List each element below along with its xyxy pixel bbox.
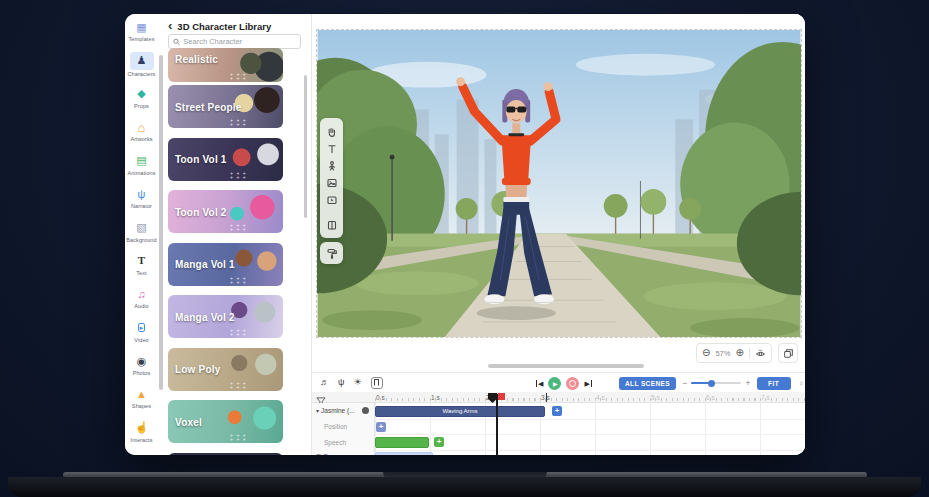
sidebar-item-label: Props xyxy=(134,103,149,109)
sidebar-item-narrator[interactable]: ψ Narrator xyxy=(125,181,158,214)
sidebar-item-label: Artworks xyxy=(130,136,152,142)
clip-camera-1[interactable]: Camera 1 xyxy=(375,452,433,456)
play-button[interactable]: ▶ xyxy=(548,377,561,390)
card-partial[interactable] xyxy=(168,453,283,455)
fit-button[interactable]: FIT xyxy=(757,377,791,390)
sidebar-item-characters[interactable]: ♟ Characters xyxy=(125,47,158,80)
canvas-toolbar xyxy=(320,118,343,238)
card-toon-vol-2[interactable]: Toon Vol 2 + + ++ + + xyxy=(168,190,283,233)
effects-sun-icon[interactable]: ☀ xyxy=(353,378,361,387)
sidebar-item-shapes[interactable]: ▲ Shapes xyxy=(125,381,158,414)
hide-ui-eye-icon[interactable] xyxy=(755,344,766,362)
ruler-label: 6 s xyxy=(706,394,715,401)
zoom-level: 57% xyxy=(715,349,730,358)
sidebar-item-label: Text xyxy=(136,270,147,276)
zoom-out-icon[interactable]: ⊖ xyxy=(702,348,710,358)
track-header-camera[interactable]: Camera xyxy=(316,453,346,455)
record-button[interactable] xyxy=(566,377,579,390)
slider-thumb[interactable] xyxy=(708,380,715,387)
animations-icon: ▤ xyxy=(132,153,152,169)
app-window: ▦ Templates ♟ Characters ◆ Props ⌂ Artwo… xyxy=(125,14,805,455)
sidebar-item-photos[interactable]: ◉ Photos xyxy=(125,348,158,381)
microphone-icon[interactable]: ψ xyxy=(338,378,344,387)
library-scrollbar[interactable] xyxy=(304,75,308,218)
canvas-hscrollbar[interactable] xyxy=(488,364,644,368)
duplicate-scene-button[interactable] xyxy=(778,343,798,363)
card-sparkles: + + ++ + + xyxy=(230,328,247,336)
collapse-chevron-icon[interactable]: » xyxy=(796,381,805,385)
sidebar-item-background[interactable]: ▧ Background xyxy=(125,214,158,247)
paint-roller-tool[interactable] xyxy=(320,242,343,264)
sidebar-item-label: Video xyxy=(134,337,148,343)
slider-minus-button[interactable]: − xyxy=(682,379,687,388)
timeline-toolbar: ♬ ψ ☀ ◀ ▶ ▶ ALL SCENES − xyxy=(312,372,805,392)
all-scenes-button[interactable]: ALL SCENES xyxy=(619,377,676,390)
hand-tool[interactable] xyxy=(323,123,340,140)
card-voxel[interactable]: Voxel + + ++ + + xyxy=(168,400,283,443)
add-position-button[interactable]: + xyxy=(376,422,386,432)
sidebar-item-text[interactable]: T Text xyxy=(125,248,158,281)
card-realistic[interactable]: Realistic + + ++ + + xyxy=(168,48,283,82)
sidebar-item-label: Narrator xyxy=(131,203,152,209)
sidebar-item-label: Interacts xyxy=(131,437,153,443)
track-header-speech[interactable]: Speech xyxy=(324,439,346,446)
text-tool[interactable] xyxy=(323,140,340,157)
card-manga-vol-1[interactable]: Manga Vol 1 + + ++ + + xyxy=(168,243,283,286)
park-scene-image xyxy=(317,30,801,337)
playhead[interactable] xyxy=(496,394,498,455)
slider-plus-button[interactable]: + xyxy=(745,379,750,388)
slider-track[interactable] xyxy=(691,382,741,384)
photos-icon: ◉ xyxy=(132,353,152,369)
sidebar-item-video[interactable]: ▸ Video xyxy=(125,315,158,348)
card-title: Voxel xyxy=(175,416,202,427)
timeline-ruler[interactable]: 0 s 1 s 2 s 3 s 4 s 5 s 6 s 7 s xyxy=(312,392,805,403)
add-speech-button[interactable]: + xyxy=(434,437,444,447)
timeline-tracks: ▾ Jasmine (... Position Speech Camera Wa… xyxy=(312,403,805,455)
card-title: Low Poly xyxy=(175,364,221,375)
artworks-icon: ⌂ xyxy=(132,119,152,135)
track-header-jasmine[interactable]: ▾ Jasmine (... xyxy=(316,407,355,414)
card-manga-vol-2[interactable]: Manga Vol 2 + + ++ + + xyxy=(168,295,283,338)
card-sparkles: + + ++ + + xyxy=(230,72,247,80)
audio-icon: ♫ xyxy=(132,286,152,302)
character-rig-tool[interactable] xyxy=(323,157,340,174)
sidebar-item-interacts[interactable]: ☝ Interacts xyxy=(125,415,158,448)
track-header-position[interactable]: Position xyxy=(324,423,347,430)
record-icon xyxy=(569,380,576,387)
copy-icon xyxy=(783,348,794,359)
video-tool[interactable] xyxy=(323,191,340,208)
track-avatar[interactable] xyxy=(362,407,369,414)
templates-icon: ▦ xyxy=(132,19,152,35)
sidebar-item-label: Characters xyxy=(128,71,156,77)
card-street-people[interactable]: Street People + + ++ + + xyxy=(168,85,283,128)
zoom-in-icon[interactable]: ⊕ xyxy=(735,348,743,358)
shapes-icon: ▲ xyxy=(132,386,152,402)
card-sparkles: + + ++ + + xyxy=(230,381,247,389)
card-toon-vol-1[interactable]: Toon Vol 1 + + ++ + + xyxy=(168,138,283,181)
bookmark-button[interactable] xyxy=(371,377,383,389)
card-title: Realistic xyxy=(175,54,218,65)
characters-icon: ♟ xyxy=(130,52,154,70)
skip-to-end-button[interactable]: ▶ xyxy=(584,380,591,387)
card-sparkles: + + ++ + + xyxy=(230,433,247,441)
timeline: ♬ ψ ☀ ◀ ▶ ▶ ALL SCENES − xyxy=(312,372,805,455)
sidebar-item-audio[interactable]: ♫ Audio xyxy=(125,281,158,314)
image-tool[interactable] xyxy=(323,174,340,191)
layout-tool[interactable] xyxy=(323,216,340,233)
sidebar-item-label: Background xyxy=(126,237,156,243)
ruler-label: 0 s xyxy=(376,394,385,401)
sidebar-item-templates[interactable]: ▦ Templates xyxy=(125,14,158,47)
interacts-icon: ☝ xyxy=(132,420,152,436)
sidebar-item-animations[interactable]: ▤ Animations xyxy=(125,148,158,181)
sidebar-item-artworks[interactable]: ⌂ Artworks xyxy=(125,114,158,147)
add-audio-icon[interactable]: ♬ xyxy=(320,378,329,387)
card-low-poly[interactable]: Low Poly + + ++ + + xyxy=(168,348,283,391)
playhead-flag[interactable] xyxy=(498,393,505,400)
scene-canvas[interactable] xyxy=(316,29,802,338)
character-library-panel: ‹ 3D Character Library Realistic + + ++ … xyxy=(163,14,310,455)
clip-waving-arms[interactable]: Waving Arms xyxy=(375,406,545,417)
clip-speech[interactable] xyxy=(375,437,429,448)
skip-to-start-button[interactable]: ◀ xyxy=(536,380,543,387)
add-animation-button[interactable]: + xyxy=(552,406,562,416)
sidebar-item-props[interactable]: ◆ Props xyxy=(125,81,158,114)
